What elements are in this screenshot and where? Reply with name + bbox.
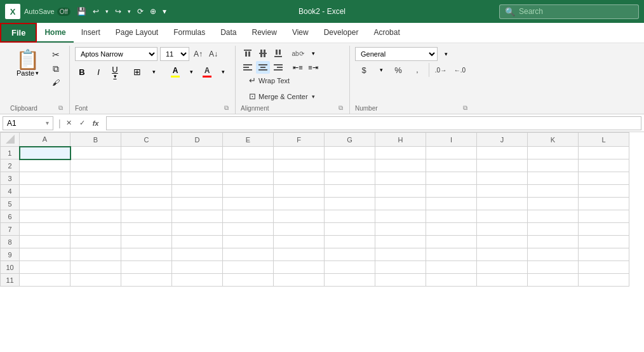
plus-icon[interactable]: ⊕ [147, 6, 159, 17]
font-color-dropdown[interactable]: ▾ [216, 65, 230, 79]
cell-A5[interactable] [20, 198, 70, 210]
align-left-button[interactable] [241, 61, 255, 74]
cell-H7[interactable] [375, 223, 426, 236]
cell-G1[interactable] [325, 147, 375, 159]
cell-G3[interactable] [325, 172, 375, 185]
col-header-J[interactable]: J [477, 133, 528, 147]
cell-F1[interactable] [274, 147, 325, 159]
paste-button[interactable]: 📋 Paste ▾ [10, 47, 45, 80]
clipboard-expand-icon[interactable]: ⧉ [57, 104, 64, 112]
border-button[interactable]: ⊞ [130, 65, 144, 79]
cell-L4[interactable] [579, 185, 629, 198]
cell-A3[interactable] [20, 172, 70, 185]
col-header-C[interactable]: C [121, 133, 172, 147]
cell-B8[interactable] [70, 236, 121, 248]
cell-D9[interactable] [172, 248, 223, 261]
formula-input[interactable] [106, 116, 641, 130]
cell-D6[interactable] [172, 210, 223, 223]
cell-F6[interactable] [274, 210, 325, 223]
cell-H8[interactable] [375, 236, 426, 248]
cell-F2[interactable] [274, 159, 325, 172]
cell-F7[interactable] [274, 223, 325, 236]
decrease-indent-button[interactable]: ⇤≡ [291, 61, 305, 74]
cell-A1[interactable] [20, 147, 70, 159]
col-header-F[interactable]: F [274, 133, 325, 147]
col-header-K[interactable]: K [528, 133, 579, 147]
cell-F8[interactable] [274, 236, 325, 248]
cell-K1[interactable] [528, 147, 579, 159]
cell-L6[interactable] [579, 210, 629, 223]
cell-B2[interactable] [70, 159, 121, 172]
cell-C3[interactable] [121, 172, 172, 185]
cell-G5[interactable] [325, 198, 375, 210]
row-header-1[interactable]: 1 [1, 147, 20, 159]
format-painter-button[interactable]: 🖌 [48, 76, 64, 89]
dollar-button[interactable]: $ [355, 63, 373, 77]
row-header-9[interactable]: 9 [1, 248, 20, 261]
menu-item-view[interactable]: View [285, 23, 316, 43]
increase-decimal-button[interactable]: ←.0 [451, 63, 469, 77]
cell-L10[interactable] [579, 261, 629, 274]
col-header-D[interactable]: D [172, 133, 223, 147]
cell-H9[interactable] [375, 248, 426, 261]
cell-F3[interactable] [274, 172, 325, 185]
search-box[interactable]: 🔍 [499, 4, 639, 19]
cell-J11[interactable] [477, 274, 528, 287]
cell-D10[interactable] [172, 261, 223, 274]
cell-K8[interactable] [528, 236, 579, 248]
cell-J5[interactable] [477, 198, 528, 210]
row-header-7[interactable]: 7 [1, 223, 20, 236]
decrease-decimal-button[interactable]: .0→ [432, 63, 450, 77]
cell-J8[interactable] [477, 236, 528, 248]
cell-L2[interactable] [579, 159, 629, 172]
cell-F5[interactable] [274, 198, 325, 210]
col-header-B[interactable]: B [70, 133, 121, 147]
cell-A7[interactable] [20, 223, 70, 236]
cell-C6[interactable] [121, 210, 172, 223]
cell-B3[interactable] [70, 172, 121, 185]
cut-button[interactable]: ✂ [48, 48, 64, 61]
cell-G4[interactable] [325, 185, 375, 198]
menu-item-file[interactable]: File [0, 23, 37, 43]
cell-C9[interactable] [121, 248, 172, 261]
row-header-5[interactable]: 5 [1, 198, 20, 210]
cell-I9[interactable] [426, 248, 477, 261]
increase-indent-button[interactable]: ≡⇥ [306, 61, 320, 74]
cell-J7[interactable] [477, 223, 528, 236]
cell-G7[interactable] [325, 223, 375, 236]
font-expand-icon[interactable]: ⧉ [222, 104, 230, 112]
menu-item-page-layout[interactable]: Page Layout [108, 23, 166, 43]
redo-icon[interactable]: ↪ [112, 6, 124, 17]
paste-dropdown-icon[interactable]: ▾ [36, 70, 39, 76]
cell-C11[interactable] [121, 274, 172, 287]
cell-B7[interactable] [70, 223, 121, 236]
cell-K7[interactable] [528, 223, 579, 236]
cell-D4[interactable] [172, 185, 223, 198]
comma-button[interactable]: , [408, 63, 426, 77]
cell-I1[interactable] [426, 147, 477, 159]
cell-F4[interactable] [274, 185, 325, 198]
wrap-text-button[interactable]: ↵ Wrap Text [245, 74, 344, 87]
cell-K2[interactable] [528, 159, 579, 172]
menu-item-home[interactable]: Home [37, 23, 73, 43]
cell-G2[interactable] [325, 159, 375, 172]
cell-I5[interactable] [426, 198, 477, 210]
menu-item-developer[interactable]: Developer [316, 23, 366, 43]
row-header-6[interactable]: 6 [1, 210, 20, 223]
number-format-select[interactable]: General [355, 47, 438, 61]
cell-F10[interactable] [274, 261, 325, 274]
cell-F9[interactable] [274, 248, 325, 261]
cell-I10[interactable] [426, 261, 477, 274]
cell-H3[interactable] [375, 172, 426, 185]
cell-I11[interactable] [426, 274, 477, 287]
cell-C10[interactable] [121, 261, 172, 274]
number-format-dropdown[interactable]: ▾ [439, 47, 453, 61]
cell-I4[interactable] [426, 185, 477, 198]
merge-dropdown-icon[interactable]: ▾ [312, 93, 315, 100]
cell-C7[interactable] [121, 223, 172, 236]
menu-item-insert[interactable]: Insert [74, 23, 108, 43]
cell-K5[interactable] [528, 198, 579, 210]
cell-E7[interactable] [223, 223, 274, 236]
col-header-H[interactable]: H [375, 133, 426, 147]
cell-C2[interactable] [121, 159, 172, 172]
